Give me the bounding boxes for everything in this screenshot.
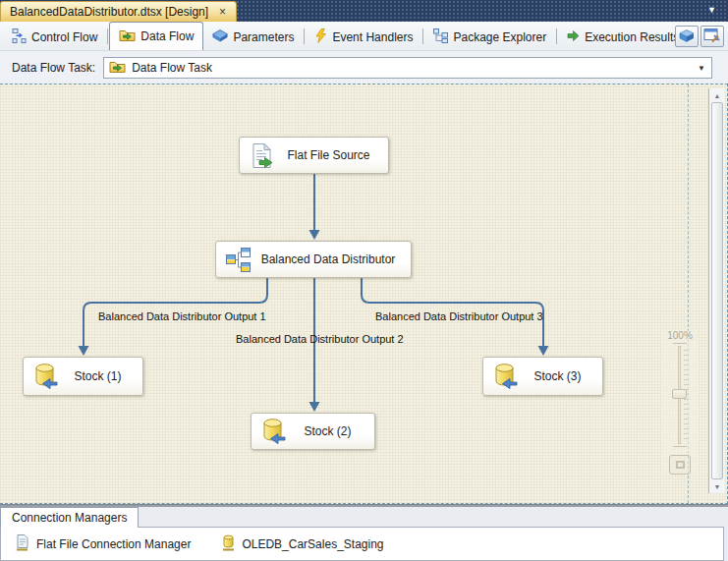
tab-event-handlers[interactable]: Event Handlers <box>306 25 421 50</box>
tab-label: Event Handlers <box>332 30 413 44</box>
tab-overflow-icon[interactable]: ▼ <box>707 6 716 15</box>
node-label: Flat File Source <box>275 148 388 162</box>
control-flow-icon <box>12 28 27 46</box>
document-title: BalancedDataDistributor.dtsx [Design] <box>10 5 208 19</box>
tab-execution-results[interactable]: Execution Results <box>558 25 688 50</box>
execution-results-arrow-icon <box>567 29 580 45</box>
scrollbar-thumb[interactable] <box>711 102 723 479</box>
tab-separator <box>304 28 305 44</box>
flat-file-source-icon <box>249 142 275 169</box>
tab-package-explorer[interactable]: Package Explorer <box>424 25 555 50</box>
edge-label-output3: Balanced Data Distributor Output 3 <box>375 310 543 322</box>
data-flow-folder-icon <box>109 60 126 76</box>
node-stock-1[interactable]: Stock (1) <box>23 357 143 396</box>
event-handlers-lightning-icon <box>314 28 327 46</box>
blue-cube-icon <box>678 28 696 46</box>
zoom-slider-thumb[interactable] <box>672 389 687 399</box>
scroll-up-icon[interactable]: ▲ <box>709 88 725 102</box>
zoom-control: 100% <box>662 330 698 475</box>
node-label: Stock (1) <box>59 369 142 383</box>
tab-label: Execution Results <box>585 30 679 44</box>
parameters-diamond-icon <box>212 29 228 45</box>
task-selector-label: Data Flow Task: <box>12 61 95 75</box>
tab-label: Parameters <box>233 30 294 44</box>
data-flow-design-surface[interactable]: Balanced Data Distributor Output 1 Balan… <box>0 84 728 504</box>
data-flow-task-dropdown[interactable]: Data Flow Task ▼ <box>103 57 712 79</box>
database-connection-icon <box>222 534 235 554</box>
data-flow-folder-icon <box>119 28 136 44</box>
designer-options-button[interactable] <box>700 26 724 47</box>
window-tools-icon <box>703 28 721 46</box>
document-tab[interactable]: BalancedDataDistributor.dtsx [Design] × <box>0 1 237 22</box>
arrowhead <box>309 402 320 412</box>
dropdown-value: Data Flow Task <box>132 61 212 75</box>
node-balanced-data-distributor[interactable]: Balanced Data Distributor <box>215 241 412 278</box>
chevron-down-icon: ▼ <box>698 65 705 73</box>
tab-label: Package Explorer <box>453 30 546 44</box>
arrowhead <box>538 346 549 356</box>
designer-tab-strip: Control Flow Data Flow Parameters E <box>0 22 728 51</box>
tab-label: Control Flow <box>31 30 97 44</box>
node-label: Stock (3) <box>519 369 602 383</box>
fit-icon <box>676 461 685 469</box>
database-destination-icon <box>492 363 519 390</box>
arrowhead <box>79 346 89 356</box>
zoom-to-fit-button[interactable] <box>669 455 691 475</box>
connection-managers-tab-label: Connection Managers <box>12 511 127 525</box>
scroll-down-icon[interactable]: ▼ <box>709 479 725 493</box>
connection-label: Flat File Connection Manager <box>36 537 191 551</box>
connection-flat-file[interactable]: Flat File Connection Manager <box>15 533 191 554</box>
flat-file-connection-icon <box>15 534 29 554</box>
node-stock-3[interactable]: Stock (3) <box>482 357 603 396</box>
database-destination-icon <box>32 363 59 390</box>
package-explorer-tree-icon <box>433 28 448 46</box>
close-icon[interactable]: × <box>218 6 227 18</box>
tab-data-flow[interactable]: Data Flow <box>109 22 203 50</box>
node-label: Stock (2) <box>287 424 374 438</box>
connection-managers-panel: Connection Managers Flat File Connection… <box>0 507 728 561</box>
edge-label-output2: Balanced Data Distributor Output 2 <box>236 333 404 345</box>
tab-parameters[interactable]: Parameters <box>203 25 303 50</box>
getting-started-button[interactable] <box>675 26 699 47</box>
connection-label: OLEDB_CarSales_Staging <box>242 537 383 551</box>
zoom-track-cap <box>673 343 687 344</box>
node-label: Balanced Data Distributor <box>252 252 411 266</box>
connection-oledb[interactable]: OLEDB_CarSales_Staging <box>222 533 383 554</box>
node-flat-file-source[interactable]: Flat File Source <box>239 137 389 174</box>
zoom-track-cap <box>673 446 687 447</box>
arrowhead <box>309 230 320 240</box>
tab-control-flow[interactable]: Control Flow <box>3 25 106 50</box>
task-selector-row: Data Flow Task: Data Flow Task ▼ <box>0 51 728 84</box>
tab-label: Data Flow <box>140 29 194 43</box>
connection-managers-tab[interactable]: Connection Managers <box>0 507 139 528</box>
tab-separator <box>422 28 423 44</box>
tab-separator <box>556 28 557 44</box>
node-stock-2[interactable]: Stock (2) <box>251 413 375 450</box>
vertical-scrollbar[interactable]: ▲ ▼ <box>708 88 725 493</box>
balanced-data-distributor-icon <box>225 247 252 273</box>
document-tab-bar: BalancedDataDistributor.dtsx [Design] × … <box>0 0 728 22</box>
zoom-level-label: 100% <box>667 330 693 341</box>
database-destination-icon <box>260 418 287 445</box>
connection-managers-list: Flat File Connection Manager OLEDB_CarSa… <box>0 527 724 561</box>
edge-label-output1: Balanced Data Distributor Output 1 <box>98 310 266 322</box>
zoom-slider[interactable] <box>670 346 690 444</box>
tab-separator <box>107 28 108 44</box>
